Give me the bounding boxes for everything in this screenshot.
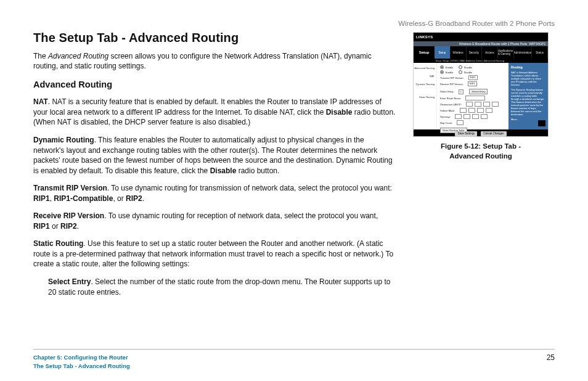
product-title: Wireless-G Broadband Router with 2 Phone… [398, 20, 555, 27]
intro-italic: Advanced Routing [48, 52, 108, 60]
rrip-b2: RIP2 [60, 222, 77, 231]
thumb-hop-input [457, 120, 463, 125]
rrip-b1: RIP1 [33, 222, 50, 231]
thumb-tab-apps: Applications & Gaming [498, 46, 514, 59]
thumb-gw-2 [463, 114, 470, 119]
page-number: 25 [547, 353, 555, 362]
thumb-nat-enable-radio [440, 65, 444, 69]
thumb-tab-security: Security [467, 46, 483, 59]
page-footer: Chapter 5: Configuring the Router The Se… [33, 349, 555, 370]
thumb-nat-disable-radio [459, 65, 462, 69]
thumb-gw-3 [472, 114, 479, 119]
footer-chapter: Chapter 5: Configuring the Router [33, 353, 130, 361]
rrip-sep: or [50, 222, 60, 231]
thumb-tab-admin: Administration [514, 46, 533, 59]
thumb-fw: WRT54GP2 [529, 42, 545, 46]
trip-b2: RIP1-Compatible [54, 194, 113, 203]
trip-b3: RIP2 [126, 194, 142, 203]
thumb-ip-4 [492, 102, 499, 107]
thumb-nat-disable: Disable [464, 66, 472, 69]
thumb-ip-2 [475, 102, 481, 107]
figure-caption: Figure 5-12: Setup Tab - Advanced Routin… [413, 142, 549, 161]
dynamic-disable-bold: Disable [210, 166, 237, 175]
thumb-mask-3 [477, 108, 484, 113]
thumb-tx-label: Transmit RIP Version: [440, 76, 464, 80]
thumb-gw-label: Gateway: [440, 115, 451, 118]
dynamic-routing-paragraph: Dynamic Routing. This feature enables th… [33, 135, 396, 176]
thumb-rx-label: Receive RIP Version: [440, 83, 463, 86]
thumb-dyn-disable-radio [459, 70, 462, 74]
thumb-mask-4 [486, 108, 492, 113]
thumb-cancel-btn: Cancel Changes [481, 131, 506, 136]
thumb-dest-label: Destination LAN IP: [440, 103, 462, 106]
thumb-ip-3 [483, 102, 490, 107]
trip-text-1: . To use dynamic routing for transmissio… [107, 184, 392, 192]
thumb-tab-wireless: Wireless [451, 46, 467, 59]
static-label: Static Routing [33, 239, 83, 248]
thumb-left-labels: Advanced Routing NAT Dynamic Routing Sta… [414, 63, 437, 129]
thumb-ip-1 [466, 102, 473, 107]
trip-end: . [142, 194, 144, 203]
thumb-nat-enable: Enable [446, 66, 453, 69]
rrip-end: . [77, 222, 79, 231]
thumb-left-4: Static Routing [414, 96, 435, 99]
thumb-hop-label: Hop Count: [440, 121, 452, 125]
nat-paragraph: NAT. NAT is a security feature that is e… [33, 97, 396, 128]
thumb-mask-2 [468, 108, 475, 113]
thumb-tab-access: Access [482, 46, 498, 59]
thumb-nav: Setup Setup Wireless Security Access App… [414, 46, 548, 59]
main-column: The Setup Tab - Advanced Routing The Adv… [33, 31, 396, 305]
thumb-select-label: Select Entry: [440, 90, 454, 93]
trip-b1: RIP1 [33, 194, 50, 203]
rrip-label: Receive RIP Version [33, 211, 104, 220]
thumb-brand: LINKSYS [416, 35, 433, 39]
page-heading: The Setup Tab - Advanced Routing [33, 31, 396, 45]
thumb-routename-label: Enter Route Name: [440, 97, 461, 100]
thumb-help-hd: Routing [511, 65, 545, 69]
thumb-product: Wireless-G Broadband Router with 2 Phone… [459, 42, 527, 46]
dynamic-text-2: radio button. [236, 166, 279, 175]
figure-caption-line1: Figure 5-12: Setup Tab - [441, 142, 521, 150]
figure-caption-line2: Advanced Routing [449, 152, 512, 160]
thumb-mid: Enable Disable Enable Disable Transmit R… [437, 63, 508, 129]
thumb-routename-input [465, 96, 485, 100]
thumb-tab-setup: Setup [435, 46, 451, 59]
thumb-right-help: Routing NAT is Network Address Translati… [508, 63, 548, 129]
thumb-left-2: Dynamic Routing [414, 83, 435, 86]
thumb-setup-label: Setup [414, 46, 435, 59]
thumb-select-val: 1 [459, 89, 463, 94]
trip-sep2: , or [113, 194, 126, 203]
thumb-help-t1: NAT is Network Address Translation, whic… [511, 71, 545, 86]
nat-disable-bold: Disable [326, 108, 353, 117]
dynamic-label: Dynamic Routing [33, 136, 94, 144]
thumb-topbar: LINKSYS [414, 33, 548, 41]
thumb-delete-btn: Delete Entry [469, 89, 488, 94]
transmit-rip-paragraph: Transmit RIP Version. To use dynamic rou… [33, 183, 396, 203]
intro-paragraph: The Advanced Routing screen allows you t… [33, 51, 396, 71]
select-entry-paragraph: Select Entry. Select the number of the s… [33, 277, 396, 297]
rrip-text-1: . To use dynamic routing for reception o… [104, 211, 378, 220]
thumb-gw-1 [455, 114, 462, 119]
thumb-product-band: Wireless-G Broadband Router with 2 Phone… [414, 41, 548, 46]
thumb-dyn-enable-radio [440, 70, 444, 74]
footer-left: Chapter 5: Configuring the Router The Se… [33, 353, 130, 370]
static-routing-paragraph: Static Routing. Use this feature to set … [33, 239, 396, 269]
thumb-rx-select: RIP1 [468, 81, 477, 86]
thumb-logo-corner [538, 120, 545, 126]
thumb-dyn-enable: Enable [446, 71, 453, 74]
trip-label: Transmit RIP Version [33, 184, 107, 192]
thumb-left-0: Advanced Routing [414, 67, 435, 70]
thumb-tx-select: RIP1 [468, 75, 478, 80]
sub-heading: Advanced Routing [33, 80, 396, 89]
thumb-subnav: Basic Setup | DDNS | MAC Address Clone |… [414, 59, 548, 63]
thumb-dyn-disable: Disable [464, 71, 472, 74]
nat-label: NAT [33, 97, 48, 106]
intro-prefix: The [33, 52, 48, 60]
thumb-left-1: NAT [414, 75, 435, 78]
thumb-gw-4 [481, 114, 488, 119]
thumb-mask-label: Subnet Mask: [440, 109, 455, 112]
thumb-mask-1 [460, 108, 467, 113]
static-text: . Use this feature to set up a static ro… [33, 239, 393, 268]
thumb-help-t2: The Dynamic Routing feature can be used … [511, 88, 545, 116]
figure-thumbnail: LINKSYS Wireless-G Broadband Router with… [413, 32, 549, 137]
